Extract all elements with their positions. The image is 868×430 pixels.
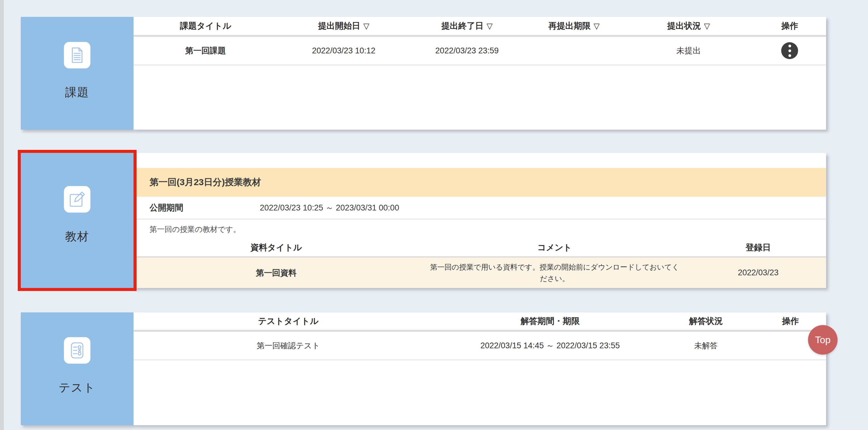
sort-triangle-icon[interactable]: ▽ — [487, 21, 493, 31]
col-material-date: 登録日 — [690, 242, 826, 253]
document-icon — [70, 47, 85, 63]
col-actions: 操作 — [753, 20, 826, 32]
quiz-checklist-icon — [69, 342, 85, 359]
kebab-menu-button[interactable] — [781, 42, 798, 59]
materials-top-spacer — [133, 153, 826, 168]
assignments-table-header: 課題タイトル 提出開始日▽ 提出終了日▽ 再提出期限▽ 提出状況▽ 操作 — [133, 17, 826, 37]
col-assignment-title: 課題タイトル — [133, 20, 278, 32]
assignment-title[interactable]: 第一回課題 — [133, 45, 278, 56]
left-scrollbar-track[interactable] — [0, 0, 4, 430]
assignments-label: 課題 — [65, 85, 89, 100]
period-value: 2022/03/23 10:25 ～ 2023/03/31 00:00 — [260, 202, 399, 213]
edit-square-icon — [69, 191, 85, 207]
material-title[interactable]: 第一回資料 — [133, 267, 419, 278]
tests-table: テストタイトル 解答期間・期限 解答状況 操作 第一回確認テスト 2022/03… — [133, 312, 826, 425]
col-submit-status-sortable[interactable]: 提出状況▽ — [624, 20, 753, 32]
material-row: 第一回資料 第一回の授業で用いる資料です。授業の開始前にダウンロードしておいてく… — [133, 256, 826, 288]
assignment-end-date: 2022/03/23 23:59 — [410, 46, 524, 56]
assignments-table: 課題タイトル 提出開始日▽ 提出終了日▽ 再提出期限▽ 提出状況▽ 操作 第一回… — [133, 17, 826, 130]
col-test-period: 解答期間・期限 — [443, 315, 657, 327]
materials-table-header: 資料タイトル コメント 登録日 — [133, 239, 826, 256]
col-resubmit-deadline-sortable[interactable]: 再提出期限▽ — [524, 20, 624, 32]
assignment-icon-card — [64, 42, 90, 68]
assignment-status: 未提出 — [624, 45, 753, 56]
test-icon-card — [64, 337, 90, 364]
sort-triangle-icon[interactable]: ▽ — [363, 21, 369, 31]
col-submit-start-sortable[interactable]: 提出開始日▽ — [278, 20, 410, 32]
test-period: 2022/03/15 14:45 ～ 2022/03/15 23:55 — [443, 340, 657, 351]
materials-banner-title: 第一回(3月23日分)授業教材 — [133, 168, 826, 197]
assignment-start-date: 2022/03/23 10:12 — [278, 46, 410, 56]
materials-panel: 第一回(3月23日分)授業教材 公開期間 2022/03/23 10:25 ～ … — [133, 153, 826, 288]
material-icon-card — [64, 186, 90, 212]
tests-table-header: テストタイトル 解答期間・期限 解答状況 操作 — [133, 312, 826, 332]
assignment-row: 第一回課題 2022/03/23 10:12 2022/03/23 23:59 … — [133, 37, 826, 65]
materials-category-block[interactable]: 教材 — [21, 153, 133, 288]
col-material-title: 資料タイトル — [133, 242, 419, 253]
assignments-category-block[interactable]: 課題 — [21, 17, 133, 130]
col-material-comment: コメント — [419, 242, 690, 253]
sort-triangle-icon[interactable]: ▽ — [593, 21, 599, 31]
col-test-actions: 操作 — [755, 315, 826, 327]
test-status: 未解答 — [657, 340, 755, 351]
tests-label: テスト — [59, 380, 96, 395]
materials-description: 第一回の授業の教材です。 — [133, 220, 826, 239]
red-highlight-border: 教材 — [18, 150, 136, 291]
col-test-status: 解答状況 — [657, 315, 755, 327]
test-row: 第一回確認テスト 2022/03/15 14:45 ～ 2022/03/15 2… — [133, 332, 826, 360]
test-title[interactable]: 第一回確認テスト — [133, 340, 443, 351]
col-submit-end-sortable[interactable]: 提出終了日▽ — [410, 20, 524, 32]
materials-label: 教材 — [65, 229, 89, 244]
period-label: 公開期間 — [133, 202, 260, 213]
scroll-to-top-button[interactable]: Top — [808, 325, 838, 354]
material-comment: 第一回の授業で用いる資料です。授業の開始前にダウンロードしておいてください。 — [419, 261, 690, 284]
materials-period-row: 公開期間 2022/03/23 10:25 ～ 2023/03/31 00:00 — [133, 197, 826, 220]
material-date: 2022/03/23 — [690, 268, 826, 278]
sort-triangle-icon[interactable]: ▽ — [704, 21, 710, 31]
tests-category-block[interactable]: テスト — [21, 312, 133, 425]
col-test-title: テストタイトル — [133, 315, 443, 327]
